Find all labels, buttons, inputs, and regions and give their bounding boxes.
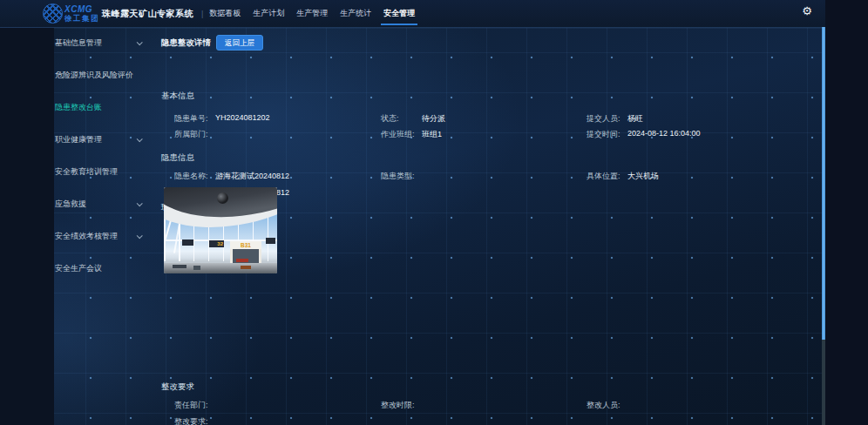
photo-gate-doorway [230, 249, 261, 264]
nav-tab-production-plan[interactable]: 生产计划 [253, 0, 284, 27]
photo-dome-camera [217, 192, 228, 204]
top-nav: 数据看板 生产计划 生产管理 生产统计 安全管理 [209, 0, 415, 27]
chevron-down-icon [137, 233, 143, 239]
field-rectify-requirement: 整改要求: [174, 416, 381, 425]
sidebar-item-safety-meeting[interactable]: 安全生产会议 [55, 253, 141, 285]
field-hazard-no: 隐患单号: YH2024081202 [174, 113, 381, 125]
back-to-parent-button[interactable]: 返回上层 [216, 35, 263, 51]
section-title-rectify-requirement: 整改要求 [161, 381, 194, 393]
detail-page: 隐患整改详情 返回上层 基本信息 隐患单号: YH2024081202 状态: … [148, 28, 824, 425]
nav-tab-production-mgmt[interactable]: 生产管理 [296, 0, 328, 27]
nav-tab-safety-mgmt[interactable]: 安全管理 [383, 0, 415, 27]
field-status: 状态: 待分派 [381, 113, 587, 125]
photo-display-screen [182, 239, 193, 246]
field-submitter: 提交人员: 杨旺 [587, 113, 824, 125]
app-screenshot: XCMG 徐工集团 珠峰露天矿山专家系统 | 数据看板 生产计划 生产管理 生产… [0, 0, 868, 425]
rectify-row: 整改要求: [174, 416, 824, 425]
brand-name-cn: 徐工集团 [64, 15, 99, 23]
brand-name-en: XCMG [64, 5, 99, 14]
section-title-hazard-info: 隐患信息 [161, 152, 194, 164]
field-submit-time: 提交时间: 2024-08-12 16:04:00 [587, 129, 824, 140]
chevron-down-icon [137, 200, 143, 206]
field-rectify-deadline: 整改时限: [381, 400, 587, 411]
photo-gate-sign-32: 32 [209, 240, 224, 247]
field-work-team: 作业班组: 班组1 [381, 129, 587, 140]
brand-logo: XCMG 徐工集团 [43, 3, 99, 24]
photo-furniture [241, 266, 251, 269]
app-window: XCMG 徐工集团 珠峰露天矿山专家系统 | 数据看板 生产计划 生产管理 生产… [0, 0, 825, 425]
system-title: 珠峰露天矿山专家系统 [102, 8, 193, 20]
field-hazard-type: 隐患类型: [381, 171, 587, 182]
field-rectify-person: 整改人员: [587, 400, 824, 411]
sidebar-item-safety-performance[interactable]: 安全绩效考核管理 [55, 220, 141, 253]
xcmg-emblem-icon [43, 3, 63, 24]
photo-floor [164, 263, 277, 273]
photo-display-screen [266, 238, 275, 244]
hazard-info-row: 隐患名称: 游海花测试20240812 隐患类型: 具体位置: 大兴机场 [174, 171, 824, 182]
photo-furniture [173, 265, 186, 268]
section-title-basic-info: 基本信息 [161, 91, 194, 102]
field-hazard-name: 隐患名称: 游海花测试20240812 [174, 171, 381, 182]
header-divider: | [201, 10, 203, 18]
sidebar-item-safety-education[interactable]: 安全教育培训管理 [55, 156, 141, 188]
field-responsible-dept: 责任部门: [174, 400, 381, 411]
photo-gate-sign-b31: B31 [230, 241, 261, 249]
basic-info-row: 隐患单号: YH2024081202 状态: 待分派 提交人员: 杨旺 [174, 113, 824, 125]
nav-tab-production-stats[interactable]: 生产统计 [340, 0, 371, 27]
sidebar-item-risk-identification[interactable]: 危险源辨识及风险评价 [55, 59, 141, 91]
sidebar-item-basic-info-mgmt[interactable]: 基础信息管理 [55, 27, 141, 59]
nav-tab-dashboard[interactable]: 数据看板 [209, 0, 241, 27]
sidebar-item-hazard-rectification-ledger[interactable]: 隐患整改台账 [55, 91, 141, 124]
field-location: 具体位置: 大兴机场 [587, 171, 824, 182]
right-empty-area [825, 0, 868, 425]
page-header: 隐患整改详情 返回上层 [161, 35, 263, 51]
rectify-row: 责任部门: 整改时限: 整改人员: [174, 400, 824, 411]
chevron-down-icon [137, 136, 143, 142]
left-dark-rail [0, 28, 54, 425]
photo-furniture [193, 266, 200, 270]
status-value: 待分派 [422, 113, 445, 125]
basic-info-row: 所属部门: 作业班组: 班组1 提交时间: 2024-08-12 16:04:0… [174, 129, 824, 140]
top-header-bar: XCMG 徐工集团 珠峰露天矿山专家系统 | 数据看板 生产计划 生产管理 生产… [0, 0, 825, 28]
chevron-down-icon [137, 39, 143, 45]
sidebar-item-emergency-rescue[interactable]: 应急救援 [55, 188, 141, 220]
scene-photo-thumbnail[interactable]: 32 B31 [164, 187, 277, 273]
sidebar-menu: 基础信息管理 危险源辨识及风险评价 隐患整改台账 职业健康管理 安全教育培训管理… [55, 27, 141, 285]
gear-icon[interactable]: ⚙ [802, 5, 812, 17]
field-department: 所属部门: [174, 129, 381, 140]
sidebar-item-occupational-health[interactable]: 职业健康管理 [55, 124, 141, 156]
page-title: 隐患整改详情 [161, 37, 211, 49]
